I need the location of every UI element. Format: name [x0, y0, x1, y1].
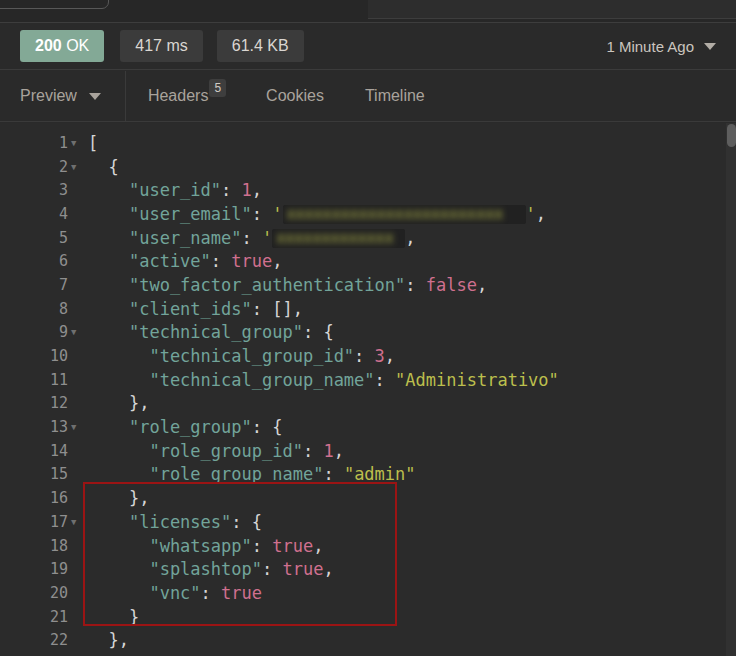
token: "licenses" [88, 512, 231, 532]
code-line: 16 }, [0, 486, 736, 510]
fold-arrow-icon[interactable]: ▼ [68, 422, 88, 432]
line-number: 13 [0, 418, 68, 436]
code-text: "technical_group": { [88, 322, 334, 342]
tab-preview[interactable]: Preview [20, 87, 101, 105]
token: }, [88, 393, 149, 413]
code-line: 19 "splashtop": true, [0, 557, 736, 581]
token: "vnc" [88, 583, 201, 603]
line-number: 5 [0, 229, 68, 247]
line-number: 11 [0, 371, 68, 389]
token: 1 [323, 441, 333, 461]
line-number: 9 [0, 323, 68, 341]
code-text: "role_group_name": "admin" [88, 464, 416, 484]
fold-arrow-icon[interactable]: ▼ [68, 138, 88, 148]
code-line: 20 "vnc": true [0, 581, 736, 605]
headers-count-badge: 5 [209, 79, 226, 97]
token: "role_group" [88, 417, 252, 437]
token: "role_group_name" [88, 464, 323, 484]
token: : [201, 583, 221, 603]
code-text: "whatsapp": true, [88, 536, 323, 556]
token: { [88, 157, 119, 177]
fold-arrow-icon[interactable]: ▼ [68, 327, 88, 337]
code-text: }, [88, 393, 149, 413]
response-history-dropdown[interactable]: 1 Minute Ago [606, 38, 716, 55]
tab-headers-label: Headers [148, 87, 208, 105]
code-text: "two_factor_authentication": false, [88, 275, 487, 295]
redacted-value: xxxxxxxxxxxxx [272, 229, 405, 248]
tab-divider [125, 71, 126, 122]
token: true [231, 251, 272, 271]
line-number: 3 [0, 181, 68, 199]
code-line: 13▼ "role_group": { [0, 415, 736, 439]
response-tab-bar: Preview Headers 5 Cookies Timeline [0, 71, 736, 122]
token: "user_email" [88, 204, 252, 224]
token: "two_factor_authentication" [88, 275, 405, 295]
code-line: 10 "technical_group_id": 3, [0, 344, 736, 368]
request-url-bar-fragment [0, 0, 109, 9]
line-number: 1 [0, 134, 68, 152]
code-text: "role_group_id": 1, [88, 441, 344, 461]
token: : { [231, 512, 262, 532]
token: "splashtop" [88, 559, 262, 579]
redacted-value: xxxxxxxxxxxxxxxxxxxxxxxx [283, 205, 526, 224]
line-number: 10 [0, 347, 68, 365]
code-text: "client_ids": [], [88, 299, 303, 319]
line-number: 14 [0, 442, 68, 460]
chevron-down-icon [89, 93, 101, 100]
token: : [303, 441, 323, 461]
tab-headers[interactable]: Headers 5 [148, 87, 226, 105]
token: , [323, 559, 333, 579]
token: : [221, 180, 241, 200]
tab-timeline[interactable]: Timeline [365, 87, 425, 105]
code-text: "user_email": 'xxxxxxxxxxxxxxxxxxxxxxxx'… [88, 204, 546, 224]
token: "user_id" [88, 180, 221, 200]
response-meta-bar: 200 OK 417 ms 61.4 KB 1 Minute Ago [0, 23, 736, 70]
token: }, [88, 630, 129, 650]
code-text: "active": true, [88, 251, 283, 271]
token: : [323, 464, 343, 484]
tab-cookies[interactable]: Cookies [266, 87, 324, 105]
token: , [477, 275, 487, 295]
token: , [313, 536, 323, 556]
response-body-editor: 1▼[2▼ {3 "user_id": 1,4 "user_email": 'x… [0, 123, 736, 656]
token: 3 [375, 346, 385, 366]
token: , [536, 204, 546, 224]
code-text: [ [88, 133, 98, 153]
code-line: 7 "two_factor_authentication": false, [0, 273, 736, 297]
duration-badge: 417 ms [120, 30, 202, 62]
fold-arrow-icon[interactable]: ▼ [68, 517, 88, 527]
tab-timeline-label: Timeline [365, 87, 425, 105]
fold-arrow-icon[interactable]: ▼ [68, 162, 88, 172]
code-line: 14 "role_group_id": 1, [0, 439, 736, 463]
scrollbar-track[interactable] [726, 123, 736, 656]
token: 1 [242, 180, 252, 200]
line-number: 2 [0, 158, 68, 176]
tab-cookies-label: Cookies [266, 87, 324, 105]
token: : [252, 204, 272, 224]
line-number: 15 [0, 465, 68, 483]
code-lines: 1▼[2▼ {3 "user_id": 1,4 "user_email": 'x… [0, 131, 736, 656]
line-number: 20 [0, 584, 68, 602]
code-text: "vnc": true [88, 583, 262, 603]
code-line: 1▼[ [0, 131, 736, 155]
scrollbar-thumb[interactable] [727, 124, 736, 147]
code-line: 15 "role_group_name": "admin" [0, 463, 736, 487]
token: true [221, 583, 262, 603]
code-text: "user_id": 1, [88, 180, 262, 200]
line-number: 7 [0, 276, 68, 294]
token: "whatsapp" [88, 536, 252, 556]
token: , [334, 441, 344, 461]
token: }, [88, 488, 149, 508]
token: "role_group_id" [88, 441, 303, 461]
code-text: "technical_group_id": 3, [88, 346, 395, 366]
line-number: 4 [0, 205, 68, 223]
code-line: 18 "whatsapp": true, [0, 534, 736, 558]
token: "technical_group_name" [88, 370, 375, 390]
token: : [375, 370, 395, 390]
code-line: 23 { [0, 652, 736, 656]
line-number: 21 [0, 608, 68, 626]
code-line: 11 "technical_group_name": "Administrati… [0, 368, 736, 392]
token: true [282, 559, 323, 579]
top-strip [0, 0, 736, 23]
token: : [405, 275, 425, 295]
